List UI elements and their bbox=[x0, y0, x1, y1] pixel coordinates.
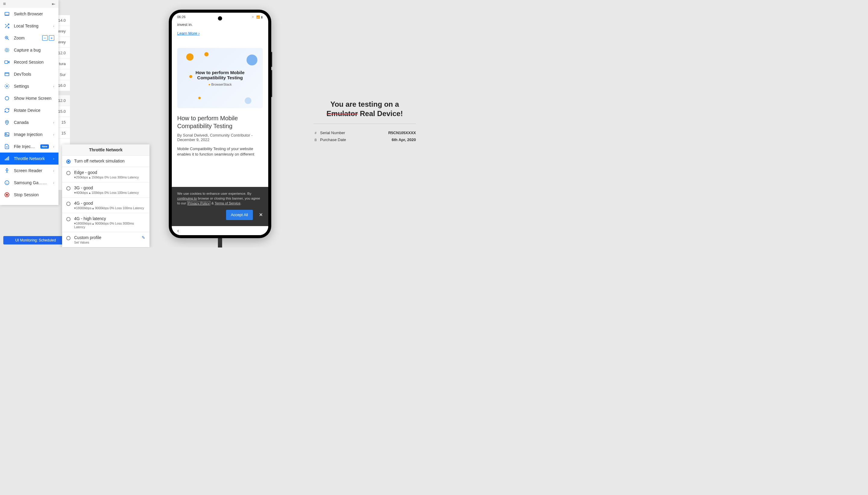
sidebar-item-label: Record Session bbox=[14, 60, 54, 65]
radio-icon bbox=[66, 217, 71, 221]
hash-icon: # bbox=[313, 131, 318, 135]
status-icons: ᯤ 📶 ▮ bbox=[252, 15, 263, 19]
info-row-serial: #Serial Number R5CN105XXXX bbox=[313, 129, 416, 136]
card-brand: BrowserStack bbox=[208, 83, 232, 86]
svg-rect-3 bbox=[5, 61, 8, 64]
radio-icon bbox=[66, 159, 71, 164]
accept-all-button[interactable]: Accept All bbox=[226, 210, 253, 220]
edit-icon[interactable]: ✎ bbox=[142, 235, 145, 240]
sidebar-item-local-testing[interactable]: Local Testing › bbox=[0, 20, 58, 32]
serial-value: R5CN105XXXX bbox=[388, 131, 416, 135]
sidebar-item-throttle-network[interactable]: Throttle Network › bbox=[0, 153, 58, 165]
ui-monitoring-button[interactable]: UI Monitoring: Scheduled bbox=[3, 236, 68, 244]
chevron-right-icon: › bbox=[53, 145, 54, 148]
throttle-option-3g[interactable]: 3G - good ▾400kbps ▴ 100kbps 0% Loss 100… bbox=[62, 182, 150, 198]
sidebar-item-settings[interactable]: Settings › bbox=[0, 80, 58, 92]
learn-more-link[interactable]: Learn More bbox=[177, 31, 199, 36]
zoom-in-button[interactable]: + bbox=[49, 35, 54, 41]
battery-icon: ▮ bbox=[261, 15, 263, 19]
sidebar-item-stop-session[interactable]: Stop Session bbox=[0, 189, 58, 201]
sidebar-item-label: Throttle Network bbox=[14, 156, 49, 161]
sidebar-item-screen-reader[interactable]: Screen Reader › bbox=[0, 165, 58, 177]
circle-icon bbox=[4, 96, 10, 101]
throttle-option-detail: ▾18000kbps ▴ 9000kbps 0% Loss 3000ms Lat… bbox=[74, 222, 145, 229]
svg-point-7 bbox=[7, 121, 7, 122]
radio-icon bbox=[66, 236, 71, 240]
sidebar-item-zoom[interactable]: Zoom − + bbox=[0, 32, 58, 44]
collapse-icon[interactable]: ⇤ bbox=[52, 1, 55, 6]
sidebar-item-label: Canada bbox=[14, 120, 49, 125]
sidebar-item-label: Zoom bbox=[14, 36, 38, 40]
phone-side-button bbox=[271, 70, 272, 97]
rotate-icon bbox=[4, 108, 10, 113]
sidebar-item-label: Image Injection bbox=[14, 132, 49, 137]
sidebar-item-device-info[interactable]: Samsung Ga…v10.0 › bbox=[0, 177, 58, 189]
throttle-option-label: Edge - good bbox=[74, 170, 145, 175]
info-title: You are testing on a Emulator Real Devic… bbox=[313, 100, 416, 118]
throttle-option-label: 4G - good bbox=[74, 201, 145, 206]
throttle-option-4g-latency[interactable]: 4G - high latency ▾18000kbps ▴ 9000kbps … bbox=[62, 213, 150, 232]
sidebar-item-label: Show Home Screen bbox=[14, 96, 54, 101]
window-icon bbox=[4, 71, 10, 77]
terms-link[interactable]: Terms of Service bbox=[214, 201, 241, 205]
throttle-option-off[interactable]: Turn off network simulation bbox=[62, 155, 150, 167]
throttle-option-custom[interactable]: Custom profile Set Values ✎ bbox=[62, 232, 150, 247]
zoom-out-button[interactable]: − bbox=[42, 35, 48, 41]
article-body: Mobile Compatibility Testing of your web… bbox=[177, 146, 263, 157]
sidebar-item-label: Stop Session bbox=[14, 192, 54, 197]
sidebar-item-label: Switch Browser bbox=[14, 12, 54, 16]
wifi-icon: ᯤ bbox=[252, 15, 255, 19]
calendar-icon: 🗓 bbox=[313, 138, 318, 142]
chevron-right-icon: › bbox=[53, 84, 54, 88]
svg-point-6 bbox=[5, 97, 9, 100]
bug-icon bbox=[4, 47, 10, 53]
throttle-option-4g[interactable]: 4G - good ▾18000kbps ▴ 9000kbps 0% Loss … bbox=[62, 198, 150, 213]
shuffle-icon bbox=[4, 23, 10, 29]
device-screen[interactable]: 06:26 ᯤ 📶 ▮ invest in. Learn More How to… bbox=[172, 13, 268, 235]
cookie-banner: We use cookies to enhance user experienc… bbox=[172, 187, 268, 226]
sidebar-item-file-injection[interactable]: File Injection New › bbox=[0, 140, 58, 153]
sidebar-item-home-screen[interactable]: Show Home Screen bbox=[0, 92, 58, 104]
throttle-network-popup: Throttle Network Turn off network simula… bbox=[62, 144, 150, 247]
info-row-date: 🗓Purchase Date 6th Apr, 2020 bbox=[313, 136, 416, 143]
throttle-option-label: Custom profile bbox=[74, 235, 138, 240]
sidebar-item-switch-browser[interactable]: Switch Browser bbox=[0, 8, 58, 20]
sidebar: ≡ ⇤ Switch Browser Local Testing › Zoom … bbox=[0, 0, 58, 205]
laptop-icon bbox=[4, 11, 10, 17]
sidebar-item-label: Samsung Ga…v10.0 bbox=[14, 180, 49, 185]
sidebar-item-devtools[interactable]: DevTools bbox=[0, 68, 58, 80]
phone-cable bbox=[218, 238, 222, 248]
sidebar-item-capture-bug[interactable]: Capture a bug bbox=[0, 44, 58, 56]
phone-content: invest in. Learn More How to perform Mob… bbox=[172, 21, 268, 235]
card-title: How to perform MobileCompatibility Testi… bbox=[196, 70, 245, 80]
radio-icon bbox=[66, 186, 71, 190]
sidebar-item-location[interactable]: Canada › bbox=[0, 116, 58, 129]
svg-rect-10 bbox=[5, 159, 5, 161]
gear-icon bbox=[4, 84, 10, 89]
chevron-right-icon: › bbox=[53, 133, 54, 136]
phone-camera-notch bbox=[218, 16, 222, 20]
phone-side-button bbox=[271, 52, 272, 67]
signal-icon bbox=[4, 156, 10, 161]
device-info-panel: You are testing on a Emulator Real Devic… bbox=[313, 100, 416, 143]
sidebar-item-rotate[interactable]: Rotate Device bbox=[0, 104, 58, 116]
close-icon[interactable]: ✕ bbox=[259, 211, 263, 218]
sidebar-header: ≡ ⇤ bbox=[0, 0, 58, 8]
browser-nav-bar: ‹ bbox=[172, 226, 268, 235]
video-icon bbox=[4, 59, 10, 65]
chevron-right-icon: › bbox=[53, 157, 54, 160]
svg-point-14 bbox=[7, 169, 7, 169]
device-frame: 06:26 ᯤ 📶 ▮ invest in. Learn More How to… bbox=[169, 10, 271, 238]
back-icon[interactable]: ‹ bbox=[177, 227, 179, 234]
sidebar-item-record-session[interactable]: Record Session bbox=[0, 56, 58, 68]
svg-rect-12 bbox=[7, 157, 8, 161]
cookie-text: We use cookies to enhance user experienc… bbox=[177, 192, 260, 205]
chevron-right-icon: › bbox=[53, 181, 54, 185]
hamburger-icon[interactable]: ≡ bbox=[3, 1, 6, 7]
sidebar-item-image-injection[interactable]: Image Injection › bbox=[0, 129, 58, 140]
image-icon bbox=[4, 132, 10, 137]
chevron-right-icon: › bbox=[53, 24, 54, 28]
throttle-option-edge[interactable]: Edge - good ▾250kbps ▴ 150kbps 0% Loss 3… bbox=[62, 167, 150, 182]
svg-rect-0 bbox=[5, 12, 9, 15]
privacy-policy-link[interactable]: Privacy Policy bbox=[187, 201, 211, 205]
